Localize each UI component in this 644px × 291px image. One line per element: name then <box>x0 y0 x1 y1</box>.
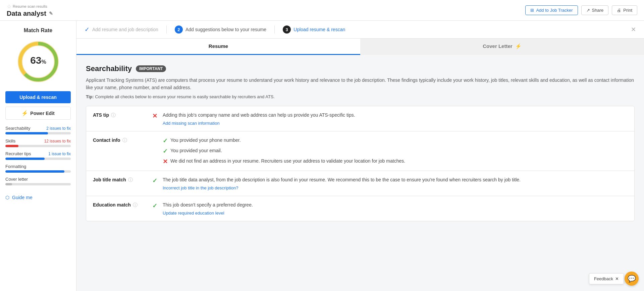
power-edit-button[interactable]: ⚡ Power Edit <box>5 107 71 120</box>
match-rate-title: Match Rate <box>5 27 71 34</box>
print-icon: 🖨 <box>617 8 621 13</box>
item-action-link[interactable]: Update required education level <box>163 211 628 216</box>
header-actions: ⊞ Add to Job Tracker ↗ Share 🖨 Print <box>525 5 637 15</box>
check-icon: ✓ <box>163 148 168 155</box>
check-icon: ✓ <box>152 202 157 210</box>
important-badge: IMPORTANT <box>136 65 166 72</box>
table-row: Job title match ⓘ ✓The job title data an… <box>86 171 634 196</box>
tab-cover-letter[interactable]: Cover Letter ⚡ <box>360 39 644 55</box>
star-icon[interactable]: ☆ <box>7 3 11 10</box>
step1-check-icon: ✓ <box>85 26 90 33</box>
tab-resume[interactable]: Resume <box>76 39 360 55</box>
edit-icon[interactable]: ✎ <box>49 11 53 16</box>
content-area: ✓ Add resume and job description 2 Add s… <box>76 21 644 291</box>
section-title: Searchability <box>86 64 132 73</box>
print-button[interactable]: 🖨 Print <box>612 5 637 15</box>
top-header: ☆ Resume scan results Data analyst ✎ ⊞ A… <box>0 0 644 21</box>
metrics-list: Searchability 2 issues to fix Skills 12 … <box>5 126 71 185</box>
step3-number: 3 <box>283 25 291 34</box>
step2-number: 2 <box>175 25 183 34</box>
donut-svg: 63% <box>15 38 62 85</box>
chat-button[interactable]: 💬 <box>625 272 639 286</box>
cross-icon: ✕ <box>152 112 157 120</box>
table-row: ATS tip ⓘ ✕Adding this job's company nam… <box>86 106 634 131</box>
share-button[interactable]: ↗ Share <box>581 5 609 15</box>
cross-icon: ✕ <box>163 158 168 165</box>
item-action-link[interactable]: Add missing scan information <box>163 121 628 126</box>
info-icon[interactable]: ⓘ <box>122 137 127 143</box>
info-icon[interactable]: ⓘ <box>111 112 116 118</box>
check-icon: ✓ <box>152 177 157 184</box>
metric-item: Cover letter <box>5 177 71 185</box>
metric-item: Skills 12 issues to fix <box>5 138 71 147</box>
tab-lightning-icon: ⚡ <box>515 43 522 49</box>
step2-label: Add suggestions below to your resume <box>185 27 266 32</box>
step-1: ✓ Add resume and job description <box>85 26 158 33</box>
main-layout: Match Rate 63% Upload & rescan ⚡ Pow <box>0 21 644 291</box>
step-2: 2 Add suggestions below to your resume <box>175 25 266 34</box>
add-to-job-tracker-button[interactable]: ⊞ Add to Job Tracker <box>525 5 578 15</box>
step-3: 3 Upload resume & rescan <box>283 25 345 34</box>
upload-rescan-button[interactable]: Upload & rescan <box>5 91 71 103</box>
searchability-section: Searchability IMPORTANT Applicant Tracki… <box>76 55 644 231</box>
lightning-icon: ⚡ <box>21 110 28 116</box>
section-description: Applicant Tracking Systems (ATS) are com… <box>86 76 635 92</box>
step-divider-1 <box>166 25 167 34</box>
metric-item: Searchability 2 issues to fix <box>5 126 71 134</box>
guide-me-link[interactable]: ⬡ Guide me <box>5 192 71 203</box>
donut-chart: 63% <box>5 38 71 85</box>
header-subtitle: ☆ Resume scan results <box>7 3 53 10</box>
step3-label[interactable]: Upload resume & rescan <box>293 27 345 32</box>
steps-bar: ✓ Add resume and job description 2 Add s… <box>76 21 644 39</box>
steps-close-icon[interactable]: ✕ <box>631 26 636 33</box>
header-title: Data analyst ✎ <box>7 10 53 17</box>
chat-icon: 💬 <box>628 275 636 283</box>
table-row: Contact info ⓘ ✓You provided your phone … <box>86 131 634 171</box>
tabs-bar: Resume Cover Letter ⚡ <box>76 39 644 55</box>
section-tip: Tip: Complete all checks below to ensure… <box>86 94 635 99</box>
svg-text:63%: 63% <box>30 55 46 66</box>
feedback-close-icon[interactable]: ✕ <box>615 276 619 281</box>
guide-icon: ⬡ <box>5 195 9 200</box>
header-left: ☆ Resume scan results Data analyst ✎ <box>7 3 53 17</box>
step1-label: Add resume and job description <box>92 27 158 32</box>
metric-item: Formatting <box>5 164 71 173</box>
metric-item: Recruiter tips 1 issue to fix <box>5 151 71 160</box>
searchability-items-table: ATS tip ⓘ ✕Adding this job's company nam… <box>86 106 635 221</box>
page-title: Data analyst <box>7 10 46 17</box>
tracker-icon: ⊞ <box>530 8 534 13</box>
item-action-link[interactable]: Incorrect job title in the job descripti… <box>163 185 628 190</box>
sidebar: Match Rate 63% Upload & rescan ⚡ Pow <box>0 21 76 291</box>
info-icon[interactable]: ⓘ <box>133 202 138 208</box>
step-divider-2 <box>274 25 275 34</box>
section-header: Searchability IMPORTANT <box>86 64 635 73</box>
share-icon: ↗ <box>586 8 590 13</box>
info-icon[interactable]: ⓘ <box>128 177 133 183</box>
feedback-button[interactable]: Feedback ✕ <box>589 273 624 284</box>
table-row: Education match ⓘ ✓This job doesn't spec… <box>86 196 634 221</box>
check-icon: ✓ <box>163 137 168 144</box>
